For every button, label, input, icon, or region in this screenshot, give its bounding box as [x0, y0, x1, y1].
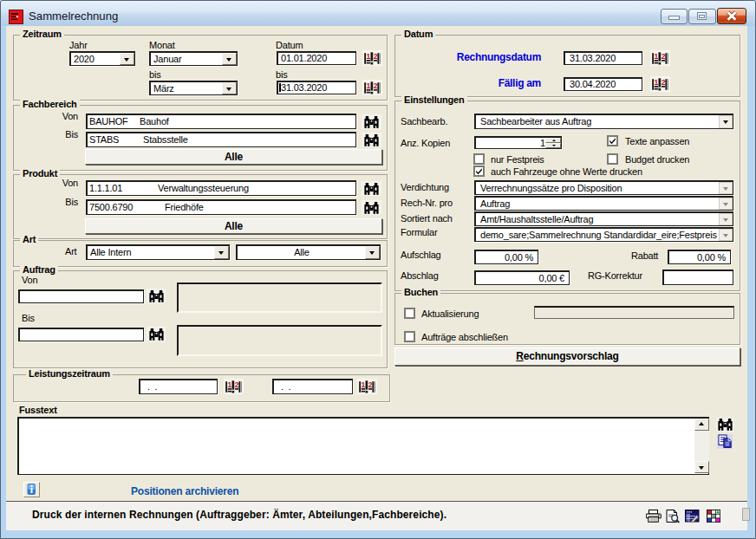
- svg-text:1: 1: [366, 52, 370, 61]
- svg-text:2: 2: [374, 52, 378, 61]
- svg-text:2: 2: [374, 81, 378, 90]
- svg-text:1: 1: [654, 78, 658, 87]
- svg-text:1: 1: [654, 52, 658, 61]
- svg-text:1: 1: [361, 380, 365, 389]
- svg-text:2: 2: [235, 380, 239, 389]
- svg-text:1: 1: [366, 81, 370, 90]
- svg-text:2: 2: [368, 380, 373, 389]
- svg-text:1: 1: [227, 380, 231, 389]
- svg-text:2: 2: [662, 78, 666, 87]
- svg-text:2: 2: [662, 52, 666, 61]
